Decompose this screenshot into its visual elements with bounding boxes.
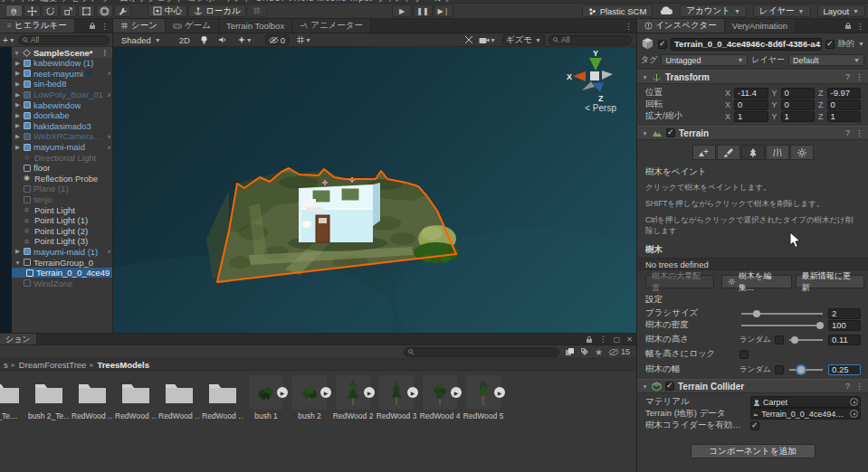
close-icon[interactable]: ✕: [626, 335, 633, 344]
collapse-arrow-icon[interactable]: ▼: [14, 50, 20, 56]
hierarchy-item[interactable]: ▶mayumi-maid›: [12, 142, 112, 153]
tab-terrain-toolbox[interactable]: Terrain Toolbox: [219, 19, 292, 33]
hierarchy-item[interactable]: ▶WebXRCameraSet›: [12, 131, 112, 142]
scale-y-field[interactable]: 1: [781, 111, 815, 122]
create-button[interactable]: +▼: [3, 35, 15, 45]
hierarchy-item[interactable]: ☼Directional Light: [12, 152, 112, 163]
panel-menu-icon[interactable]: ⋮: [100, 22, 109, 31]
scene-search-input[interactable]: All: [548, 35, 632, 45]
hierarchy-item[interactable]: ☼Point Light (3): [12, 236, 112, 247]
expand-arrow-icon[interactable]: ▶: [14, 122, 21, 129]
component-menu-icon[interactable]: ⋮: [855, 72, 863, 81]
asset-item-folder[interactable]: RedWood …: [72, 375, 112, 420]
collider-enabled-checkbox[interactable]: [665, 382, 674, 391]
position-z-field[interactable]: -9.97: [827, 88, 861, 99]
custom-tool-button[interactable]: [114, 5, 131, 17]
asset-item-folder[interactable]: RedWood …: [159, 375, 199, 420]
hidden-count-button[interactable]: 15: [608, 347, 632, 356]
asset-item-model[interactable]: ▶ bush 1: [246, 375, 286, 420]
hierarchy-item[interactable]: ▶LowPoly_Boar_01›: [12, 90, 112, 100]
hierarchy-search-input[interactable]: All: [18, 35, 110, 45]
2d-toggle-button[interactable]: 2D: [176, 34, 193, 45]
asset-item-folder[interactable]: RedWood …: [203, 375, 243, 420]
rotate-tool-button[interactable]: [42, 5, 59, 17]
expand-arrow-icon[interactable]: ▶: [14, 101, 21, 109]
transform-tool-button[interactable]: [96, 5, 113, 17]
hierarchy-item[interactable]: ▶kabewindow (1): [12, 58, 112, 69]
component-menu-icon[interactable]: ⋮: [855, 128, 863, 137]
hierarchy-item[interactable]: ▼TerrainGroup_0: [12, 257, 112, 268]
gameobject-name-field[interactable]: Terrain_0_0_4ce4946c-8d6f-4386-a43c-2: [671, 38, 822, 51]
layers-dropdown[interactable]: レイヤー▼: [753, 5, 811, 17]
scene-effects-dropdown[interactable]: ▼: [234, 34, 255, 45]
create-neighbor-terrains-button[interactable]: [692, 145, 716, 160]
object-picker-icon[interactable]: [850, 410, 858, 418]
hierarchy-item[interactable]: ▶kabewindow: [12, 99, 112, 110]
asset-item-folder[interactable]: 1_Te…: [0, 375, 25, 420]
component-menu-icon[interactable]: ⋮: [855, 382, 863, 391]
asset-item-model[interactable]: ▶ RedWood 5: [463, 375, 503, 420]
static-checkbox[interactable]: [825, 40, 835, 49]
material-object-field[interactable]: Carpet: [750, 396, 861, 408]
scale-z-field[interactable]: 1: [827, 111, 861, 122]
play-badge-icon[interactable]: ▶: [494, 387, 505, 398]
foldout-arrow-icon[interactable]: ▼: [642, 383, 648, 390]
terrain-enabled-checkbox[interactable]: [666, 128, 675, 137]
prefab-open-icon[interactable]: ›: [108, 247, 112, 256]
terrain-data-object-field[interactable]: Terrain_0_0_4ce4946c-8d6f-4386-: [750, 408, 861, 420]
plastic-scm-button[interactable]: Plastic SCM: [582, 5, 653, 17]
asset-item-folder[interactable]: RedWood …: [116, 375, 156, 420]
scene-audio-toggle[interactable]: [215, 34, 230, 45]
paint-trees-button[interactable]: [741, 145, 765, 160]
prefab-open-icon[interactable]: ›: [108, 132, 112, 141]
expand-arrow-icon[interactable]: ▶: [14, 80, 21, 88]
space-toggle-button[interactable]: ローカル: [188, 5, 246, 17]
tree-height-field[interactable]: 0.11: [828, 335, 861, 345]
rotation-z-field[interactable]: 0: [827, 99, 861, 110]
grid-snap-button[interactable]: [247, 5, 267, 17]
terrain-collider-header[interactable]: ▼ Terrain Collider ?⋮: [637, 379, 868, 393]
paint-details-button[interactable]: [766, 145, 789, 160]
move-tool-button[interactable]: [24, 5, 41, 17]
collapse-arrow-icon[interactable]: ▼: [14, 260, 21, 266]
hierarchy-item[interactable]: ▶doorkabe: [12, 110, 112, 121]
edit-trees-button[interactable]: 樹木を編集...: [721, 275, 792, 288]
prefab-open-icon[interactable]: ›: [108, 90, 112, 99]
hierarchy-item[interactable]: ◉Reflection Probe: [12, 174, 112, 184]
foldout-arrow-icon[interactable]: ▼: [642, 130, 648, 137]
perspective-label[interactable]: < Persp: [585, 103, 616, 113]
position-x-field[interactable]: -11.4: [734, 88, 768, 99]
foldout-arrow-icon[interactable]: ▼: [642, 74, 648, 80]
pivot-toggle-button[interactable]: 中心: [148, 5, 187, 17]
scale-tool-button[interactable]: [60, 5, 77, 17]
label-filter-button[interactable]: [580, 347, 589, 356]
scene-lighting-toggle[interactable]: [197, 34, 211, 45]
mass-place-trees-button[interactable]: 樹木の大量配置: [645, 275, 714, 288]
tag-dropdown[interactable]: Untagged▼: [661, 54, 748, 66]
maximize-icon[interactable]: ▢: [614, 335, 621, 344]
tree-width-field[interactable]: 0.25: [828, 364, 861, 375]
play-badge-icon[interactable]: ▶: [364, 387, 375, 398]
panel-menu-icon[interactable]: ⋮: [599, 335, 607, 344]
hierarchy-item[interactable]: ▶mayumi-maid (1)›: [12, 247, 112, 258]
hierarchy-item[interactable]: Plane (1): [12, 184, 112, 194]
tab-project[interactable]: ション: [0, 334, 37, 345]
scene-camera-dropdown[interactable]: ▼: [476, 34, 499, 45]
lock-icon[interactable]: [586, 335, 593, 344]
hierarchy-item[interactable]: floor: [12, 163, 112, 174]
shading-mode-dropdown[interactable]: Shaded▼: [118, 34, 165, 45]
panel-menu-icon[interactable]: ⋮: [625, 22, 633, 31]
cloud-button[interactable]: [659, 3, 673, 19]
tree-density-field[interactable]: 100: [828, 320, 861, 331]
rotation-y-field[interactable]: 0: [781, 99, 815, 110]
active-checkbox[interactable]: [658, 40, 667, 49]
scale-x-field[interactable]: 1: [734, 111, 768, 122]
terrain-component-header[interactable]: ▼ Terrain ?⋮: [637, 126, 868, 140]
hierarchy-item[interactable]: ▶sin-bed8: [12, 79, 112, 90]
expand-arrow-icon[interactable]: ▶: [14, 112, 21, 119]
refresh-button[interactable]: 最新情報に更新: [796, 275, 864, 288]
help-icon[interactable]: ?: [845, 382, 850, 391]
scene-header-row[interactable]: ▼ SampleScene* ⋮: [12, 47, 112, 58]
hierarchy-item[interactable]: ▶neet-mayumi›: [12, 69, 112, 80]
tree-height-slider[interactable]: [787, 335, 825, 345]
